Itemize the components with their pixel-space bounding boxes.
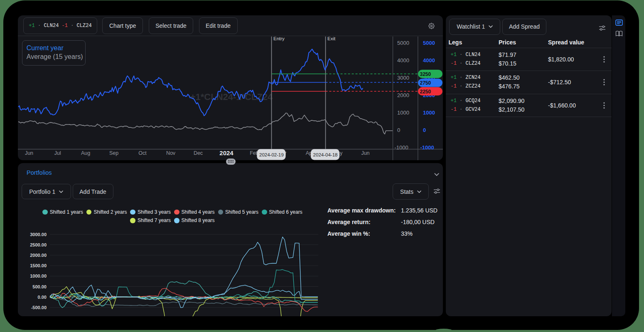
svg-text:3000: 3000 bbox=[397, 75, 409, 81]
svg-text:3250: 3250 bbox=[420, 71, 431, 77]
svg-text:2750: 2750 bbox=[420, 80, 431, 86]
svg-text:2250: 2250 bbox=[420, 89, 431, 95]
svg-text:0: 0 bbox=[423, 127, 426, 133]
svg-text:2024: 2024 bbox=[219, 149, 234, 156]
svg-text:Oct: Oct bbox=[138, 150, 147, 156]
svg-text:Jun: Jun bbox=[361, 150, 369, 156]
svg-text:-1000.00: -1000.00 bbox=[29, 315, 47, 316]
svg-text:-500.00: -500.00 bbox=[31, 305, 47, 310]
svg-text:0.00: 0.00 bbox=[38, 294, 47, 299]
svg-text:Dec: Dec bbox=[194, 150, 203, 156]
svg-text:-1000: -1000 bbox=[395, 144, 408, 151]
svg-text:2000.00: 2000.00 bbox=[30, 252, 47, 257]
svg-text:4000: 4000 bbox=[397, 57, 409, 63]
svg-text:1000: 1000 bbox=[397, 110, 409, 116]
svg-text:-1000: -1000 bbox=[420, 144, 434, 151]
svg-text:+1*CLN24-1*CLZ24: +1*CLN24-1*CLZ24 bbox=[190, 92, 273, 102]
svg-text:1000.00: 1000.00 bbox=[30, 273, 47, 278]
svg-text:500.00: 500.00 bbox=[32, 284, 47, 289]
svg-text:2024-04-18: 2024-04-18 bbox=[313, 152, 338, 157]
svg-text:Jun: Jun bbox=[25, 150, 33, 156]
svg-text:Sep: Sep bbox=[109, 150, 118, 156]
svg-text:3000.00: 3000.00 bbox=[30, 232, 47, 237]
svg-text:4000: 4000 bbox=[423, 57, 435, 63]
svg-text:Entry: Entry bbox=[273, 36, 285, 41]
svg-text:1500.00: 1500.00 bbox=[30, 263, 47, 268]
svg-text:Aug: Aug bbox=[81, 150, 90, 156]
svg-text:Jul: Jul bbox=[54, 150, 61, 156]
svg-text:5000: 5000 bbox=[397, 40, 409, 46]
svg-text:5000: 5000 bbox=[423, 40, 435, 46]
svg-text:Nov: Nov bbox=[166, 150, 176, 156]
svg-text:2000: 2000 bbox=[397, 92, 409, 98]
svg-text:2024-02-19: 2024-02-19 bbox=[259, 152, 284, 157]
svg-text:Exit: Exit bbox=[327, 36, 336, 41]
svg-text:0: 0 bbox=[397, 127, 400, 133]
svg-text:2500.00: 2500.00 bbox=[30, 242, 47, 247]
svg-text:1000: 1000 bbox=[423, 110, 435, 116]
